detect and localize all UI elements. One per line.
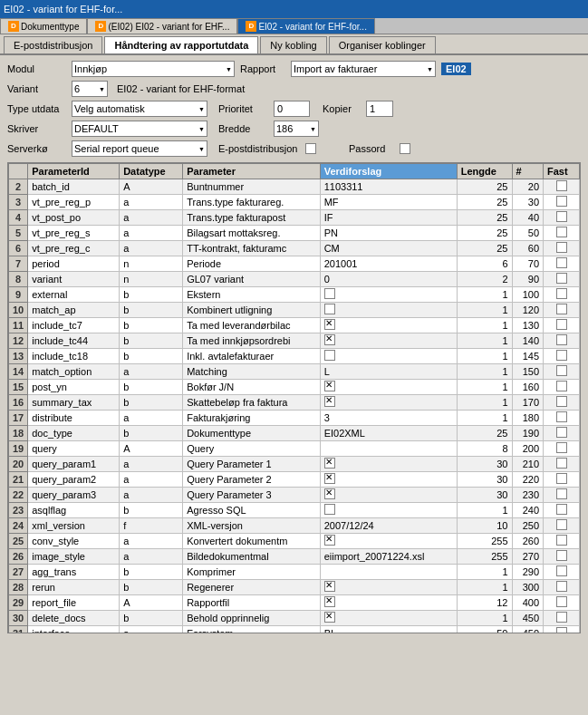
serverkø-select[interactable]: Serial report queue bbox=[72, 140, 207, 157]
fast-checkbox[interactable] bbox=[556, 427, 567, 438]
cell-verdiforslag[interactable]: ✕ bbox=[320, 472, 457, 488]
fast-checkbox[interactable] bbox=[556, 304, 567, 314]
fast-checkbox[interactable] bbox=[556, 334, 567, 345]
cell-fast[interactable] bbox=[544, 441, 580, 457]
table-row[interactable]: 9externalbEkstern1100 bbox=[9, 287, 580, 303]
table-row[interactable]: 30delete_docsbBehold opprinnelig✕1450 bbox=[9, 611, 580, 626]
tab-ei02-variant[interactable]: D (EI02) EI02 - variant for EHF... bbox=[87, 18, 237, 34]
cell-fast[interactable] bbox=[544, 595, 580, 611]
table-row[interactable]: 23asqlflagbAgresso SQL1240 bbox=[9, 503, 580, 518]
nav-tab-organiser[interactable]: Organiser koblinger bbox=[329, 36, 436, 53]
cell-verdiforslag[interactable]: ✕ bbox=[320, 457, 457, 472]
table-row[interactable]: 29report_fileARapportfil✕12400 bbox=[9, 595, 580, 611]
fast-checkbox[interactable] bbox=[556, 257, 567, 268]
cell-fast[interactable] bbox=[544, 611, 580, 626]
table-row[interactable]: 13include_tc18bInkl. avtalefakturaer1145 bbox=[9, 349, 580, 364]
table-row[interactable]: 27agg_transbKomprimer1290 bbox=[9, 565, 580, 580]
fast-checkbox[interactable] bbox=[556, 242, 567, 253]
tab-dokumenttype[interactable]: D Dokumenttype bbox=[0, 18, 87, 34]
table-row[interactable]: 24xml_versionfXML-versjon2007/12/2410250 bbox=[9, 518, 580, 534]
table-row[interactable]: 28rerunbRegenerer✕1300 bbox=[9, 580, 580, 595]
nav-tab-ny[interactable]: Ny kobling bbox=[260, 36, 326, 53]
fast-checkbox[interactable] bbox=[556, 442, 567, 453]
verdi-checkbox[interactable]: ✕ bbox=[324, 334, 335, 345]
prioritet-input[interactable] bbox=[274, 101, 310, 117]
verdi-checkbox[interactable]: ✕ bbox=[324, 612, 335, 623]
cell-verdiforslag[interactable] bbox=[320, 303, 457, 318]
table-row[interactable]: 8variantnGL07 variant0290 bbox=[9, 272, 580, 287]
fast-checkbox[interactable] bbox=[556, 565, 567, 576]
fast-checkbox[interactable] bbox=[556, 596, 567, 607]
cell-verdiforslag[interactable]: ✕ bbox=[320, 595, 457, 611]
cell-fast[interactable] bbox=[544, 580, 580, 595]
col-datatype[interactable]: Datatype bbox=[120, 164, 183, 179]
fast-checkbox[interactable] bbox=[556, 350, 567, 361]
table-row[interactable]: 3vt_pre_reg_paTrans.type fakturareg.MF25… bbox=[9, 195, 580, 210]
cell-fast[interactable] bbox=[544, 518, 580, 534]
cell-verdiforslag[interactable]: ✕ bbox=[320, 395, 457, 411]
table-row[interactable]: 26image_styleaBildedokumentmaleiimport_2… bbox=[9, 549, 580, 565]
cell-verdiforslag[interactable]: ✕ bbox=[320, 611, 457, 626]
table-row[interactable]: 10match_apbKombinert utligning1120 bbox=[9, 303, 580, 318]
table-row[interactable]: 21query_param2aQuery Parameter 2✕30220 bbox=[9, 472, 580, 488]
verdi-checkbox[interactable]: ✕ bbox=[324, 488, 335, 499]
cell-verdiforslag[interactable]: ✕ bbox=[320, 318, 457, 333]
col-fast[interactable]: Fast bbox=[544, 164, 580, 179]
fast-checkbox[interactable] bbox=[556, 396, 567, 407]
fast-checkbox[interactable] bbox=[556, 180, 567, 191]
cell-verdiforslag[interactable] bbox=[320, 287, 457, 303]
kopier-input[interactable] bbox=[366, 101, 393, 117]
modul-select[interactable]: Innkjøp bbox=[72, 61, 235, 77]
table-row[interactable]: 31interfaceaForsystemBI50450 bbox=[9, 626, 580, 634]
rapport-select[interactable]: Import av fakturaer bbox=[291, 61, 436, 77]
fast-checkbox[interactable] bbox=[556, 273, 567, 284]
table-row[interactable]: 12include_tc44bTa med innkjøpsordrebi✕11… bbox=[9, 333, 580, 349]
verdi-checkbox[interactable]: ✕ bbox=[324, 458, 335, 469]
fast-checkbox[interactable] bbox=[556, 488, 567, 499]
cell-verdiforslag[interactable]: ✕ bbox=[320, 380, 457, 395]
verdi-checkbox[interactable] bbox=[324, 304, 335, 314]
epost-checkbox[interactable] bbox=[305, 143, 316, 154]
col-verdiforslag[interactable]: Verdiforslag bbox=[320, 164, 457, 179]
cell-fast[interactable] bbox=[544, 534, 580, 549]
cell-fast[interactable] bbox=[544, 272, 580, 287]
bredde-select[interactable]: 186 bbox=[274, 121, 319, 137]
cell-fast[interactable] bbox=[544, 565, 580, 580]
verdi-checkbox[interactable]: ✕ bbox=[324, 396, 335, 407]
cell-fast[interactable] bbox=[544, 210, 580, 226]
cell-verdiforslag[interactable]: ✕ bbox=[320, 333, 457, 349]
cell-verdiforslag[interactable]: ✕ bbox=[320, 580, 457, 595]
col-parameterid[interactable]: ParameterId bbox=[28, 164, 120, 179]
table-row[interactable]: 14match_optionaMatchingL1150 bbox=[9, 364, 580, 380]
type-select[interactable]: Velg automatisk bbox=[72, 101, 207, 117]
table-row[interactable]: 20query_param1aQuery Parameter 1✕30210 bbox=[9, 457, 580, 472]
col-lengde[interactable]: Lengde bbox=[457, 164, 512, 179]
cell-fast[interactable] bbox=[544, 426, 580, 441]
cell-verdiforslag[interactable]: ✕ bbox=[320, 534, 457, 549]
table-row[interactable]: 18doc_typebDokumenttypeEI02XML25190 bbox=[9, 426, 580, 441]
table-row[interactable]: 2batch_idABuntnummer11033112520 bbox=[9, 179, 580, 195]
verdi-checkbox[interactable]: ✕ bbox=[324, 381, 335, 391]
cell-fast[interactable] bbox=[544, 395, 580, 411]
cell-fast[interactable] bbox=[544, 488, 580, 503]
fast-checkbox[interactable] bbox=[556, 504, 567, 515]
fast-checkbox[interactable] bbox=[556, 473, 567, 484]
cell-fast[interactable] bbox=[544, 457, 580, 472]
fast-checkbox[interactable] bbox=[556, 211, 567, 222]
verdi-checkbox[interactable]: ✕ bbox=[324, 535, 335, 546]
table-row[interactable]: 17distributeaFakturakjøring31180 bbox=[9, 411, 580, 426]
fast-checkbox[interactable] bbox=[556, 581, 567, 592]
cell-verdiforslag[interactable] bbox=[320, 503, 457, 518]
cell-fast[interactable] bbox=[544, 333, 580, 349]
fast-checkbox[interactable] bbox=[556, 365, 567, 376]
cell-fast[interactable] bbox=[544, 380, 580, 395]
cell-fast[interactable] bbox=[544, 179, 580, 195]
table-row[interactable]: 5vt_pre_reg_saBilagsart mottaksreg.PN255… bbox=[9, 226, 580, 241]
cell-verdiforslag[interactable]: ✕ bbox=[320, 488, 457, 503]
verdi-checkbox[interactable]: ✕ bbox=[324, 596, 335, 607]
cell-fast[interactable] bbox=[544, 549, 580, 565]
verdi-checkbox[interactable] bbox=[324, 288, 335, 299]
table-row[interactable]: 15post_ynbBokfør J/N✕1160 bbox=[9, 380, 580, 395]
col-hash[interactable]: # bbox=[512, 164, 544, 179]
passord-checkbox[interactable] bbox=[400, 143, 410, 154]
